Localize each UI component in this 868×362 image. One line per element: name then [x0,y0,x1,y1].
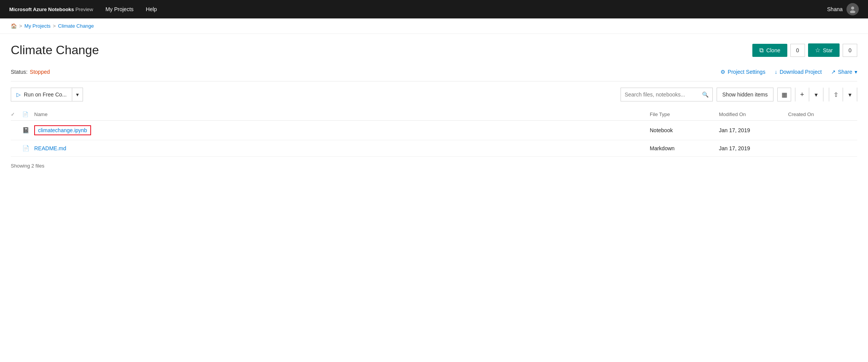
modified-date-cell: Jan 17, 2019 [719,121,788,140]
file-name-link[interactable]: README.md [34,144,66,153]
row-check[interactable] [11,121,22,140]
star-icon: ☆ [815,46,820,54]
nav-help[interactable]: Help [146,6,157,12]
file-name-highlighted[interactable]: climatechange.ipynb [34,125,91,135]
grid-icon: ▦ [782,91,787,98]
search-input[interactable] [625,91,699,98]
col-modified-header[interactable]: Modified On [719,108,788,121]
play-icon: ▷ [17,91,21,98]
col-filetype-header[interactable]: File Type [650,108,719,121]
breadcrumb-home[interactable]: 🏠 [11,23,17,29]
file-table-body: 📓climatechange.ipynbNotebookJan 17, 2019… [11,121,857,157]
table-row: 📄README.mdMarkdownJan 17, 2019 [11,140,857,157]
gear-icon: ⚙ [720,69,725,75]
file-type-cell: Notebook [650,121,719,140]
search-box[interactable]: 🔍 [621,88,713,101]
add-button-group: + ▾ [795,88,823,101]
breadcrumb-sep2: > [53,23,56,29]
created-date-cell [788,121,857,140]
status-label: Status: [11,69,28,75]
run-button-dropdown[interactable]: ▾ [72,88,83,101]
project-header: Climate Change ⧉ Clone 0 ☆ Star 0 [11,43,857,57]
plus-icon: + [800,91,804,99]
sort-button[interactable]: ⇧ [829,88,843,101]
project-settings-link[interactable]: ⚙ Project Settings [720,69,765,75]
breadcrumb-sep1: > [19,23,22,29]
clone-button[interactable]: ⧉ Clone [752,44,787,57]
download-project-link[interactable]: ↓ Download Project [775,69,822,75]
header-actions: ⧉ Clone 0 ☆ Star 0 [752,43,857,57]
star-count: 0 [843,44,857,57]
share-link[interactable]: ↗ Share ▾ [831,69,857,75]
showing-count: Showing 2 files [11,157,857,169]
file-table: ✓ 📄 Name File Type Modified On Created O… [11,108,857,157]
status-row: Status: Stopped ⚙ Project Settings ↓ Dow… [11,65,857,81]
table-row: 📓climatechange.ipynbNotebookJan 17, 2019 [11,121,857,140]
clone-count: 0 [790,44,805,57]
file-icon: 📄 [22,140,34,157]
svg-point-1 [850,10,855,13]
table-header: ✓ 📄 Name File Type Modified On Created O… [11,108,857,121]
username-label: Shana [827,6,843,12]
run-button-main[interactable]: ▷ Run on Free Co... [11,88,72,101]
add-dropdown-button[interactable]: ▾ [809,88,823,101]
user-menu[interactable]: Shana [827,3,859,15]
file-icon-header: 📄 [22,111,28,117]
chevron-down-icon: ▾ [848,91,851,98]
sort-icon: ⇧ [833,91,838,98]
status-actions: ⚙ Project Settings ↓ Download Project ↗ … [720,69,857,75]
chevron-down-icon: ▾ [76,91,79,98]
sort-dropdown-button[interactable]: ▾ [843,88,857,101]
file-name-cell[interactable]: climatechange.ipynb [34,121,650,140]
top-navigation: Microsoft Azure Notebooks Preview My Pro… [0,0,868,18]
main-content: Climate Change ⧉ Clone 0 ☆ Star 0 Status… [0,34,868,178]
avatar[interactable] [846,3,859,15]
sort-button-group: ⇧ ▾ [829,88,857,101]
file-icon: 📓 [22,121,34,140]
status-left: Status: Stopped [11,69,50,75]
status-value: Stopped [30,69,50,75]
row-check[interactable] [11,140,22,157]
modified-date-cell: Jan 17, 2019 [719,140,788,157]
breadcrumb-current: Climate Change [58,23,94,29]
created-date-cell [788,140,857,157]
star-button[interactable]: ☆ Star [808,43,840,57]
col-created-header[interactable]: Created On [788,108,857,121]
grid-view-button[interactable]: ▦ [777,88,791,101]
col-check: ✓ [11,108,22,121]
share-chevron-icon: ▾ [855,69,857,75]
breadcrumb-my-projects[interactable]: My Projects [25,23,51,29]
add-button[interactable]: + [795,88,809,101]
clone-icon: ⧉ [759,47,763,54]
nav-my-projects[interactable]: My Projects [105,6,133,12]
show-hidden-button[interactable]: Show hidden items [717,88,773,101]
breadcrumb: 🏠 > My Projects > Climate Change [0,18,868,34]
col-icon: 📄 [22,108,34,121]
toolbar-row: ▷ Run on Free Co... ▾ 🔍 Show hidden item… [11,81,857,105]
svg-point-0 [851,7,854,10]
file-type-cell: Markdown [650,140,719,157]
brand-name: Microsoft Azure Notebooks Preview [9,7,93,12]
run-button-group[interactable]: ▷ Run on Free Co... ▾ [11,88,83,101]
chevron-down-icon: ▾ [815,91,818,98]
project-title: Climate Change [11,43,99,57]
share-icon: ↗ [831,69,836,75]
file-name-cell[interactable]: README.md [34,140,650,157]
col-name-header[interactable]: Name [34,108,650,121]
search-icon: 🔍 [702,91,709,98]
download-icon: ↓ [775,69,777,75]
